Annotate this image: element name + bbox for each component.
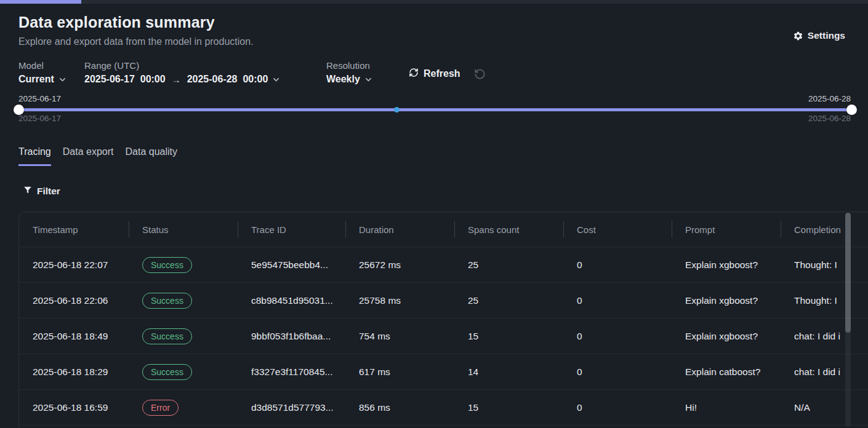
settings-button[interactable]: Settings xyxy=(793,30,845,41)
slider-end-label-bottom: 2025-06-28 xyxy=(808,114,851,123)
cell-prompt: Explain catboost? xyxy=(672,367,781,378)
slider-midpoint-marker xyxy=(394,107,400,113)
chevron-down-icon xyxy=(271,75,281,84)
cell-trace-id: 5e95475beebb4... xyxy=(238,260,345,271)
tab-data-quality[interactable]: Data quality xyxy=(125,146,177,166)
cell-timestamp: 2025-06-18 16:59 xyxy=(19,402,129,413)
traces-table: Timestamp Status Trace ID Duration Spans… xyxy=(18,212,868,428)
status-badge: Success xyxy=(142,293,192,309)
column-header-completion[interactable]: Completion xyxy=(781,212,868,247)
filter-toggle-label: Filter xyxy=(37,186,60,197)
cell-status: Success xyxy=(129,328,238,344)
cell-cost: 0 xyxy=(563,367,672,378)
cell-prompt: Explain xgboost? xyxy=(672,331,781,342)
column-header-timestamp[interactable]: Timestamp xyxy=(19,212,129,247)
cell-cost: 0 xyxy=(563,295,672,306)
column-header-cost[interactable]: Cost xyxy=(563,212,672,247)
cell-duration: 856 ms xyxy=(345,402,454,413)
chevron-down-icon xyxy=(364,75,373,84)
refresh-button[interactable]: Refresh xyxy=(409,68,460,80)
status-badge: Success xyxy=(142,328,192,344)
reset-button[interactable] xyxy=(474,68,486,82)
top-progress-track xyxy=(0,0,868,4)
status-badge: Success xyxy=(142,257,192,273)
cell-duration: 754 ms xyxy=(345,331,454,342)
cell-completion: Thought: I xyxy=(781,260,868,271)
table-row[interactable]: 2025-06-18 18:49 Success 9bbf053f1b6fbaa… xyxy=(19,318,868,354)
table-scrollbar-thumb[interactable] xyxy=(845,213,851,333)
model-select-value: Current xyxy=(18,74,54,85)
cell-timestamp: 2025-06-18 18:49 xyxy=(19,331,129,342)
slider-start-label-bottom: 2025-06-17 xyxy=(18,114,61,123)
column-header-status[interactable]: Status xyxy=(129,212,238,247)
column-header-duration[interactable]: Duration xyxy=(345,212,454,247)
tab-tracing[interactable]: Tracing xyxy=(18,146,51,166)
refresh-button-label: Refresh xyxy=(424,68,460,79)
cell-cost: 0 xyxy=(563,260,672,271)
table-row[interactable]: 2025-06-18 22:07 Success 5e95475beebb4..… xyxy=(19,247,868,282)
filter-icon xyxy=(23,186,32,197)
cell-duration: 25758 ms xyxy=(345,295,454,306)
cell-prompt: Explain xgboost? xyxy=(672,260,781,271)
cell-spans-count: 15 xyxy=(454,402,563,413)
gear-icon xyxy=(793,31,803,41)
cell-cost: 0 xyxy=(563,402,672,413)
cell-duration: 25672 ms xyxy=(345,260,454,271)
cell-cost: 0 xyxy=(563,331,672,342)
settings-button-label: Settings xyxy=(808,30,845,41)
refresh-icon xyxy=(409,68,419,80)
range-start-value: 2025-06-17 00:00 xyxy=(84,74,166,85)
undo-icon xyxy=(474,73,486,82)
page-title: Data exploration summary xyxy=(18,14,215,31)
arrow-right-icon: → xyxy=(169,74,183,85)
cell-timestamp: 2025-06-18 18:29 xyxy=(19,367,129,378)
cell-trace-id: f3327e3f1170845... xyxy=(238,367,345,378)
cell-completion: N/A xyxy=(781,402,868,413)
column-header-trace-id[interactable]: Trace ID xyxy=(238,212,345,247)
cell-status: Success xyxy=(129,364,238,380)
table-row[interactable]: 2025-06-18 16:59 Error d3d8571d577793...… xyxy=(19,389,868,425)
range-control: Range (UTC) 2025-06-17 00:00 → 2025-06-2… xyxy=(84,60,281,85)
column-header-prompt[interactable]: Prompt xyxy=(672,212,781,247)
table-header-row: Timestamp Status Trace ID Duration Spans… xyxy=(19,212,868,247)
resolution-select-value: Weekly xyxy=(326,74,360,85)
cell-trace-id: 9bbf053f1b6fbaa... xyxy=(238,331,345,342)
table-row[interactable]: 2025-06-18 18:29 Success f3327e3f1170845… xyxy=(19,354,868,389)
model-select[interactable]: Current xyxy=(18,74,67,85)
cell-completion: Thought: I xyxy=(781,295,868,306)
table-row[interactable]: 2025-06-18 22:06 Success c8b98451d95031.… xyxy=(19,282,868,318)
column-header-spans-count[interactable]: Spans count xyxy=(454,212,563,247)
resolution-label: Resolution xyxy=(326,60,373,71)
cell-duration: 617 ms xyxy=(345,367,454,378)
cell-status: Error xyxy=(129,400,238,416)
range-select[interactable]: 2025-06-17 00:00 → 2025-06-28 00:00 xyxy=(84,74,281,85)
range-label: Range (UTC) xyxy=(84,60,281,71)
cell-timestamp: 2025-06-18 22:06 xyxy=(19,295,129,306)
cell-spans-count: 25 xyxy=(454,295,563,306)
model-label: Model xyxy=(18,60,67,71)
resolution-control: Resolution Weekly xyxy=(326,60,373,85)
page-subtitle: Explore and export data from the model i… xyxy=(18,36,254,47)
cell-prompt: Explain xgboost? xyxy=(672,295,781,306)
chevron-down-icon xyxy=(58,75,67,84)
cell-spans-count: 14 xyxy=(454,367,563,378)
tab-data-export[interactable]: Data export xyxy=(63,146,114,166)
table-row-partial xyxy=(19,425,868,428)
slider-track[interactable] xyxy=(18,108,851,111)
cell-spans-count: 15 xyxy=(454,331,563,342)
cell-status: Success xyxy=(129,257,238,273)
resolution-select[interactable]: Weekly xyxy=(326,74,373,85)
tab-bar: Tracing Data export Data quality xyxy=(18,146,177,166)
top-progress-fill xyxy=(0,0,81,4)
slider-start-label-top: 2025-06-17 xyxy=(18,94,61,103)
cell-prompt: Hi! xyxy=(672,402,781,413)
cell-completion: chat: I did i xyxy=(781,367,868,378)
cell-status: Success xyxy=(129,293,238,309)
slider-end-label-top: 2025-06-28 xyxy=(808,94,851,103)
model-control: Model Current xyxy=(18,60,67,85)
cell-timestamp: 2025-06-18 22:07 xyxy=(19,260,129,271)
cell-completion: chat: I did i xyxy=(781,331,868,342)
cell-trace-id: d3d8571d577793... xyxy=(238,402,345,413)
filter-toggle[interactable]: Filter xyxy=(23,186,60,197)
status-badge: Error xyxy=(142,400,179,416)
